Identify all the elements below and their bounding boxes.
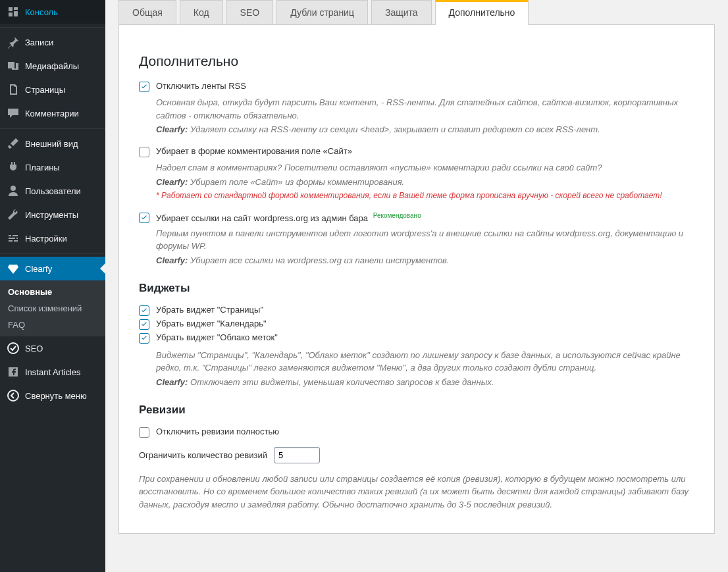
option-remove-site-field: Убирает в форме комментирования поле «Са… <box>139 146 694 200</box>
seo-icon <box>7 342 20 355</box>
sidebar-item-label: Консоль <box>25 7 58 17</box>
sidebar-item-label: Настройки <box>25 234 67 244</box>
sidebar-item-label: Свернуть меню <box>25 391 87 401</box>
option-description: Надоел спам в комментариях? Посетители о… <box>156 161 694 174</box>
revision-limit-input[interactable] <box>274 447 320 463</box>
sidebar-item-label: Внешний вид <box>25 139 78 149</box>
sidebar-item-instant-articles[interactable]: Instant Articles <box>0 360 105 384</box>
sidebar-sub-faq[interactable]: FAQ <box>0 317 105 333</box>
pin-icon <box>7 36 20 49</box>
sliders-icon <box>7 232 20 245</box>
widgets-description: Виджеты "Страницы", "Календарь", "Облако… <box>156 349 694 375</box>
option-label: Отключить ленты RSS <box>156 81 246 91</box>
sidebar-submenu: Основные Список изменений FAQ <box>0 280 105 336</box>
media-icon <box>7 59 20 72</box>
option-clearfy-note: Clearfy: Убирает поле «Сайт» из формы ко… <box>156 177 694 187</box>
checkbox-disable-rss[interactable] <box>139 82 149 92</box>
option-clearfy-note: Clearfy: Удаляет ссылку на RSS-ленту из … <box>156 124 694 134</box>
widgets-clearfy-note: Clearfy: Отключает эти виджеты, уменьшая… <box>156 377 694 387</box>
option-label: Убирает ссылки на сайт wordpress.org из … <box>156 212 421 223</box>
sidebar-item-label: SEO <box>25 344 43 353</box>
checkbox-disable-revisions[interactable] <box>139 427 149 438</box>
option-label: Убирает в форме комментирования поле «Са… <box>156 146 352 156</box>
option-label: Отключить ревизии полностью <box>156 427 279 436</box>
diamond-icon <box>7 262 20 275</box>
dashboard-icon <box>7 5 20 18</box>
recommended-badge: Рекомендовано <box>373 212 421 219</box>
checkbox-remove-site-field[interactable] <box>139 147 149 157</box>
checkbox-remove-wp-links[interactable] <box>139 213 149 223</box>
tab-seo[interactable]: SEO <box>226 0 274 24</box>
sidebar-item-label: Комментарии <box>25 109 79 118</box>
collapse-icon <box>7 389 20 402</box>
tab-bar: Общая Код SEO Дубли страниц Защита Допол… <box>118 0 715 25</box>
sidebar-item-label: Записи <box>25 38 53 47</box>
sidebar-item-label: Плагины <box>25 163 60 172</box>
pages-icon <box>7 83 20 96</box>
sidebar-item-label: Пользователи <box>25 186 81 196</box>
option-description: Первым пунктом в панели инструментов иде… <box>156 227 694 253</box>
sidebar-item-collapse[interactable]: Свернуть меню <box>0 384 105 407</box>
sidebar-item-label: Instant Articles <box>25 367 81 377</box>
checkbox-widget-tagcloud[interactable] <box>139 333 149 344</box>
sidebar-item-label: Страницы <box>25 85 65 95</box>
section-title-widgets: Виджеты <box>139 282 694 295</box>
revision-limit-label: Ограничить количество ревизий <box>139 450 267 460</box>
sidebar-item-media[interactable]: Медиафайлы <box>0 54 105 78</box>
tab-duplicates[interactable]: Дубли страниц <box>276 0 368 24</box>
settings-panel: Дополнительно Отключить ленты RSS Основн… <box>118 25 715 534</box>
sidebar-item-clearfy[interactable]: Clearfy <box>0 257 105 280</box>
tab-code[interactable]: Код <box>180 0 223 24</box>
sidebar-item-console[interactable]: Консоль <box>0 0 105 24</box>
sidebar-item-label: Инструменты <box>25 210 78 220</box>
sidebar-item-comments[interactable]: Комментарии <box>0 101 105 125</box>
sidebar-item-seo[interactable]: SEO <box>0 336 105 360</box>
checkbox-widget-pages[interactable] <box>139 305 149 316</box>
tab-general[interactable]: Общая <box>118 0 176 24</box>
svg-point-0 <box>8 343 18 353</box>
sidebar-item-settings[interactable]: Настройки <box>0 226 105 250</box>
sidebar-item-users[interactable]: Пользователи <box>0 179 105 203</box>
sidebar-sub-changelog[interactable]: Список изменений <box>0 300 105 317</box>
tab-additional[interactable]: Дополнительно <box>435 0 529 25</box>
sidebar-item-appearance[interactable]: Внешний вид <box>0 132 105 155</box>
option-label: Убрать виджет "Облако меток" <box>156 332 278 342</box>
sidebar-sub-main[interactable]: Основные <box>0 284 105 300</box>
wrench-icon <box>7 208 20 221</box>
sidebar-item-tools[interactable]: Инструменты <box>0 203 105 226</box>
svg-point-1 <box>8 390 18 401</box>
sidebar-item-pages[interactable]: Страницы <box>0 78 105 101</box>
main-content: Общая Код SEO Дубли страниц Защита Допол… <box>105 0 728 572</box>
option-warning: * Работает со стандартной формой коммент… <box>156 191 694 200</box>
plug-icon <box>7 161 20 174</box>
user-icon <box>7 184 20 197</box>
option-label: Убрать виджет "Календарь" <box>156 319 267 328</box>
option-description: Основная дыра, откуда будут парсить Ваш … <box>156 96 694 122</box>
option-disable-rss: Отключить ленты RSS Основная дыра, откуд… <box>139 81 694 134</box>
option-remove-wp-links: Убирает ссылки на сайт wordpress.org из … <box>139 212 694 265</box>
sidebar-item-label: Clearfy <box>25 264 52 274</box>
checkbox-widget-calendar[interactable] <box>139 319 149 330</box>
option-label: Убрать виджет "Страницы" <box>156 305 263 315</box>
tab-security[interactable]: Защита <box>371 0 432 24</box>
sidebar-item-posts[interactable]: Записи <box>0 30 105 54</box>
sidebar-item-plugins[interactable]: Плагины <box>0 155 105 179</box>
comments-icon <box>7 107 20 120</box>
facebook-icon <box>7 365 20 378</box>
admin-sidebar: Консоль Записи Медиафайлы Страницы Комме… <box>0 0 105 572</box>
section-title-additional: Дополнительно <box>139 53 694 69</box>
revisions-description: При сохранении и обновлении любой записи… <box>139 473 694 511</box>
revision-limit-row: Ограничить количество ревизий <box>139 447 694 463</box>
sidebar-item-label: Медиафайлы <box>25 61 79 71</box>
brush-icon <box>7 137 20 150</box>
option-clearfy-note: Clearfy: Убирает все ссылки на wordpress… <box>156 255 694 265</box>
section-title-revisions: Ревизии <box>139 403 694 417</box>
